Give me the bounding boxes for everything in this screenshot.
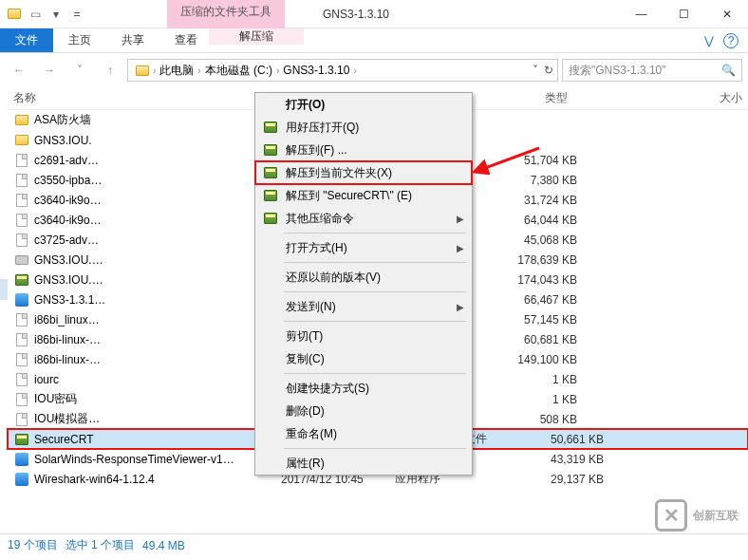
cm-shortcut[interactable]: 创建快捷方式(S) (255, 377, 472, 400)
file-size: 60,681 KB (492, 333, 577, 346)
exe-icon (13, 472, 30, 487)
exe-icon (13, 452, 30, 467)
sidebar-pictures[interactable]: 🖼图片📌 (0, 177, 8, 197)
tab-share[interactable]: 共享 (106, 28, 159, 52)
sidebar-music[interactable]: ♪音乐 (0, 218, 8, 239)
file-name: SolarWinds-ResponseTimeViewer-v1… (34, 453, 281, 466)
window-title: GNS3-1.3.10 (323, 8, 389, 21)
file-icon (13, 153, 30, 168)
forward-button[interactable]: → (36, 57, 63, 84)
window-controls: — ☐ ✕ (620, 0, 748, 28)
recent-dropdown[interactable]: ˅ (66, 57, 93, 84)
svg-line-0 (482, 148, 539, 169)
status-item-count: 19 个项目 (8, 537, 58, 553)
file-name: c3640-ik9o… (34, 194, 110, 207)
cm-extract-to[interactable]: 解压到(F) ... (255, 139, 472, 161)
file-icon (13, 352, 30, 367)
titlebar: ▭ ▾ = 压缩的文件夹工具 GNS3-1.3.10 — ☐ ✕ (0, 0, 748, 28)
cm-restore[interactable]: 还原以前的版本(V) (255, 266, 472, 289)
tab-view[interactable]: 查看 (159, 28, 213, 52)
crumb-this-pc[interactable]: 此电脑 (156, 63, 197, 79)
file-icon (13, 213, 30, 228)
file-name: c3725-adv… (34, 233, 110, 247)
status-size: 49.4 MB (142, 539, 185, 552)
cm-properties[interactable]: 属性(R) (255, 452, 472, 475)
refresh-icon[interactable]: ↻ (544, 64, 553, 77)
folder-icon (13, 113, 30, 128)
cm-extract-here[interactable]: 解压到当前文件夹(X) (255, 161, 472, 184)
minimize-button[interactable]: — (620, 0, 663, 28)
contextual-tab-label: 压缩的文件夹工具 (167, 0, 285, 28)
context-menu: 打开(O) 用好压打开(Q) 解压到(F) ... 解压到当前文件夹(X) 解压… (254, 92, 473, 476)
sidebar-documents[interactable]: 📄文档📌 (0, 156, 8, 177)
cm-rename[interactable]: 重命名(M) (255, 422, 472, 445)
file-name: IOU密码 (34, 391, 110, 407)
dropdown-icon[interactable]: ˅ (533, 64, 538, 77)
file-name: i86bi-linux-… (34, 353, 110, 366)
file-icon (13, 332, 30, 347)
file-name: c2691-adv… (34, 154, 110, 167)
col-name[interactable]: 名称 (8, 90, 254, 106)
col-size[interactable]: 大小 (663, 90, 748, 106)
file-name: i86bi-linux-… (34, 333, 110, 346)
file-size: 31,724 KB (492, 194, 577, 207)
chevron-right-icon: ▶ (457, 302, 464, 312)
cm-cut[interactable]: 剪切(T) (255, 325, 472, 347)
archive-icon (13, 272, 30, 288)
disk-icon (13, 252, 30, 268)
file-name: c3640-ik9o… (34, 214, 110, 227)
file-name: Wireshark-win64-1.12.4 (34, 473, 281, 486)
properties-icon[interactable]: ▭ (25, 4, 46, 25)
file-size: 1 KB (492, 393, 577, 406)
sidebar-quick-access[interactable]: ˅★快速访问 (0, 93, 8, 114)
cm-open[interactable]: 打开(O) (255, 93, 472, 116)
statusbar: 19 个项目 选中 1 个项目 49.4 MB (0, 533, 748, 556)
archive-icon (261, 187, 280, 204)
cm-open-with[interactable]: 打开方式(H)▶ (255, 236, 472, 259)
sidebar-downloads[interactable]: ⬇下载📌 (0, 135, 8, 156)
file-name: GNS3.IOU. (34, 134, 110, 147)
close-button[interactable]: ✕ (705, 0, 748, 28)
breadcrumb[interactable]: › 此电脑 › 本地磁盘 (C:) › GNS3-1.3.10 › ˅ ↻ (127, 59, 558, 82)
sidebar-desktop[interactable]: ▬桌面📌 (0, 114, 8, 135)
file-size: 149,100 KB (492, 353, 577, 366)
sidebar-network[interactable]: ›🖧网络 (0, 309, 8, 330)
sidebar-this-pc[interactable]: ›🖥此电脑 (0, 279, 8, 300)
crumb-folder[interactable]: GNS3-1.3.10 (279, 64, 353, 77)
tab-file[interactable]: 文件 (0, 28, 53, 52)
sidebar-onedrive[interactable]: ›☁OneDrive (0, 249, 8, 270)
chevron-right-icon: ▶ (457, 214, 464, 224)
file-icon (13, 193, 30, 208)
tab-extract[interactable]: 解压缩 (209, 28, 304, 45)
watermark-logo: ✕ (655, 499, 687, 532)
file-size: 1 KB (492, 373, 577, 386)
file-size: 178,639 KB (492, 253, 577, 267)
cm-copy[interactable]: 复制(C) (255, 347, 472, 370)
file-name: ASA防火墙 (34, 112, 110, 128)
chevron-right-icon: ▶ (457, 243, 464, 253)
cm-send-to[interactable]: 发送到(N)▶ (255, 295, 472, 318)
up-button[interactable]: ↑ (97, 57, 123, 84)
file-name: GNS3.IOU.… (34, 273, 110, 287)
help-dropdown[interactable]: ⋁ ? (695, 28, 748, 52)
cm-open-haozip[interactable]: 用好压打开(Q) (255, 116, 472, 139)
file-size: 64,044 KB (492, 214, 577, 227)
crumb-drive[interactable]: 本地磁盘 (C:) (201, 63, 276, 79)
search-input[interactable]: 搜索"GNS3-1.3.10" 🔍 (562, 59, 742, 82)
expand-ribbon-icon[interactable]: = (66, 4, 87, 25)
col-type[interactable]: 类型 (539, 90, 663, 106)
sidebar-videos[interactable]: 🎞视频 (0, 197, 8, 218)
cm-delete[interactable]: 删除(D) (255, 400, 472, 422)
cm-extract-securecrt[interactable]: 解压到 "SecureCRT\" (E) (255, 184, 472, 207)
tab-home[interactable]: 主页 (53, 28, 106, 52)
file-icon (13, 372, 30, 387)
file-icon (13, 412, 30, 427)
back-button[interactable]: ← (6, 57, 32, 84)
file-size: 174,043 KB (492, 273, 577, 287)
file-icon (13, 392, 30, 407)
folder-icon[interactable] (4, 4, 25, 25)
qat-dropdown-icon[interactable]: ▾ (46, 4, 66, 25)
maximize-button[interactable]: ☐ (663, 0, 705, 28)
cm-other-compress[interactable]: 其他压缩命令▶ (255, 207, 472, 230)
file-size: 508 KB (492, 413, 577, 426)
